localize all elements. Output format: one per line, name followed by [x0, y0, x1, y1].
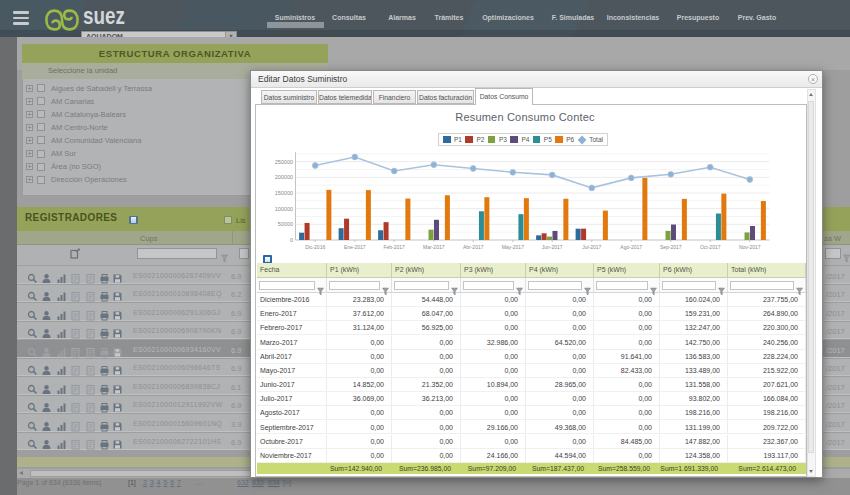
svg-text:Nov-2017: Nov-2017: [739, 244, 761, 250]
svg-text:0: 0: [290, 237, 293, 243]
svg-text:250000: 250000: [275, 159, 293, 165]
svg-text:Mar-2017: Mar-2017: [423, 244, 445, 250]
svg-text:Ago-2017: Ago-2017: [620, 244, 642, 250]
svg-text:Feb-2017: Feb-2017: [383, 244, 405, 250]
svg-text:Sep-2017: Sep-2017: [660, 244, 682, 250]
svg-text:Ene-2017: Ene-2017: [344, 244, 366, 250]
svg-text:Jul-2017: Jul-2017: [582, 244, 601, 250]
svg-text:100000: 100000: [275, 206, 293, 212]
svg-text:Dic-2016: Dic-2016: [305, 244, 325, 250]
svg-text:May-2017: May-2017: [502, 244, 524, 250]
svg-text:Oct-2017: Oct-2017: [700, 244, 721, 250]
svg-text:200000: 200000: [275, 174, 293, 180]
svg-text:Abr-2017: Abr-2017: [463, 244, 484, 250]
svg-text:50000: 50000: [278, 221, 293, 227]
svg-text:Jun-2017: Jun-2017: [542, 244, 563, 250]
svg-text:150000: 150000: [275, 190, 293, 196]
